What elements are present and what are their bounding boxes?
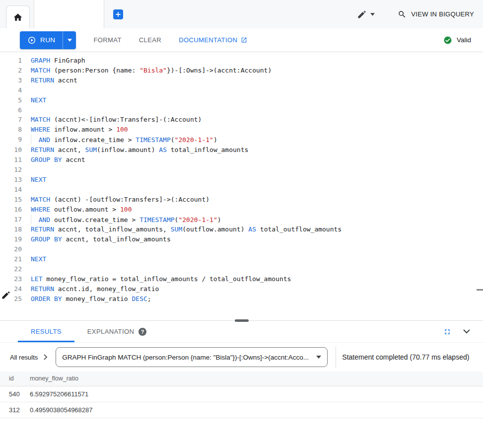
table-body: 5406.5929752066115713120.495903805496828… <box>0 386 483 418</box>
line-number: 21 <box>0 254 22 264</box>
code-line[interactable]: 4 <box>0 85 483 95</box>
code-line[interactable]: 24RETURN accnt.id, money_flow_ratio <box>0 284 483 294</box>
line-number: 4 <box>0 85 22 95</box>
code-line[interactable]: 20 <box>0 244 483 254</box>
code-line[interactable]: 15MATCH (accnt) -[outflow:Transfers]->(:… <box>0 195 483 205</box>
view-in-bigquery-button[interactable]: VIEW IN BIGQUERY <box>398 10 474 19</box>
line-number: 17 <box>0 215 22 225</box>
code-line[interactable]: 14 <box>0 185 483 195</box>
code-text: WHERE outflow.amount > 100 <box>22 205 132 215</box>
table-cell: 312 <box>0 402 30 418</box>
code-line[interactable]: 10RETURN accnt, SUM(inflow.amount) AS to… <box>0 145 483 155</box>
code-line[interactable]: 25ORDER BY money_flow_ratio DESC; <box>0 294 483 304</box>
code-line[interactable]: 5NEXT <box>0 95 483 105</box>
code-text: LET money_flow_ratio = total_inflow_amou… <box>22 274 291 284</box>
run-button-label: RUN <box>40 36 55 44</box>
view-in-bigquery-label: VIEW IN BIGQUERY <box>411 10 474 18</box>
line-number: 7 <box>0 115 22 125</box>
code-text: GRAPH FinGraph <box>22 56 85 66</box>
code-text: AND outflow.create_time > TIMESTAMP("202… <box>22 215 221 225</box>
column-header: id <box>0 372 30 386</box>
code-line[interactable]: 9 AND inflow.create_time > TIMESTAMP("20… <box>0 135 483 145</box>
code-line[interactable]: 13NEXT <box>0 175 483 185</box>
results-table: idmoney_flow_ratio 5406.5929752066115713… <box>0 372 483 418</box>
line-number: 18 <box>0 224 22 234</box>
validation-status: Valid <box>443 36 471 45</box>
code-line[interactable]: 11GROUP BY accnt <box>0 155 483 165</box>
code-text: ORDER BY money_flow_ratio DESC; <box>22 294 151 304</box>
code-line[interactable]: 23LET money_flow_ratio = total_inflow_am… <box>0 274 483 284</box>
code-text: AND inflow.create_time > TIMESTAMP("2020… <box>22 135 217 145</box>
plus-icon <box>115 11 122 18</box>
tab-results-label: RESULTS <box>31 328 62 335</box>
statement-dropdown[interactable]: GRAPH FinGraph MATCH (person:Person {nam… <box>56 347 328 367</box>
search-icon <box>398 10 407 19</box>
code-text <box>22 85 31 95</box>
all-results-chevron[interactable] <box>44 354 48 360</box>
help-icon[interactable]: ? <box>138 328 146 336</box>
magic-pen-icon <box>1 290 11 300</box>
line-number: 2 <box>0 66 22 75</box>
add-tab-button[interactable] <box>113 9 123 19</box>
line-number: 9 <box>0 135 22 145</box>
panel-resize-handle[interactable] <box>235 319 249 322</box>
tab-home[interactable] <box>6 5 30 28</box>
line-number: 6 <box>0 105 22 115</box>
run-button[interactable]: RUN <box>20 31 63 49</box>
code-text: NEXT <box>22 175 46 185</box>
code-line[interactable]: 7MATCH (accnt)<-[inflow:Transfers]-(:Acc… <box>0 115 483 125</box>
line-number: 10 <box>0 145 22 155</box>
sql-generation-button[interactable] <box>357 9 375 19</box>
all-results-label: All results <box>10 354 38 361</box>
code-line[interactable]: 12 <box>0 165 483 175</box>
query-toolbar: RUN FORMAT CLEAR DOCUMENTATION Valid <box>0 28 483 52</box>
line-number: 13 <box>0 175 22 185</box>
line-number: 1 <box>0 56 22 66</box>
results-tabbar-spacer <box>159 321 443 342</box>
code-text: RETURN accnt <box>22 75 77 85</box>
format-button[interactable]: FORMAT <box>93 36 121 44</box>
code-line[interactable]: 18RETURN accnt, total_inflow_amounts, SU… <box>0 224 483 234</box>
tab-results[interactable]: RESULTS <box>18 321 74 342</box>
expand-results-button[interactable] <box>443 328 451 336</box>
column-header: money_flow_ratio <box>30 372 483 386</box>
documentation-label: DOCUMENTATION <box>179 36 237 44</box>
gutter-magic-pen-icon[interactable] <box>1 290 11 301</box>
code-line[interactable]: 3RETURN accnt <box>0 75 483 85</box>
line-number: 23 <box>0 274 22 284</box>
tab-editor-1[interactable]: Editor 1 <box>34 0 104 28</box>
table-row: 5406.592975206611571 <box>0 386 483 402</box>
code-line[interactable]: 16WHERE outflow.amount > 100 <box>0 205 483 215</box>
code-line[interactable]: 19GROUP BY accnt, total_inflow_amounts <box>0 234 483 244</box>
code-line[interactable]: 2MATCH (person:Person {name: "Bisla"})-[… <box>0 66 483 75</box>
results-panel-controls <box>443 321 473 342</box>
tab-explanation-label: EXPLANATION <box>87 328 134 335</box>
collapse-results-button[interactable] <box>463 329 470 334</box>
line-number: 19 <box>0 234 22 244</box>
chevron-down-icon <box>370 13 375 16</box>
code-line[interactable]: 1GRAPH FinGraph <box>0 56 483 66</box>
code-line[interactable]: 21NEXT <box>0 254 483 264</box>
code-text <box>22 105 31 115</box>
table-cell: 0.4959038054968287 <box>30 402 483 418</box>
code-line[interactable]: 8WHERE inflow.amount > 100 <box>0 125 483 135</box>
results-tabbar: RESULTS EXPLANATION ? <box>0 321 483 343</box>
run-button-group: RUN <box>20 31 76 49</box>
code-text <box>22 185 31 195</box>
code-text <box>22 264 31 274</box>
table-cell: 540 <box>0 386 30 402</box>
line-number: 8 <box>0 125 22 135</box>
clear-button[interactable]: CLEAR <box>139 36 161 44</box>
code-line[interactable]: 22 <box>0 264 483 274</box>
code-line[interactable]: 6 <box>0 105 483 115</box>
scrollbar-handle[interactable] <box>477 289 483 291</box>
dropdown-caret-icon <box>316 356 321 359</box>
line-number: 20 <box>0 244 22 254</box>
code-editor[interactable]: 1GRAPH FinGraph2MATCH (person:Person {na… <box>0 52 483 320</box>
code-line[interactable]: 17 AND outflow.create_time > TIMESTAMP("… <box>0 215 483 225</box>
run-options-button[interactable] <box>63 31 76 49</box>
documentation-button[interactable]: DOCUMENTATION <box>179 36 247 44</box>
tab-explanation[interactable]: EXPLANATION ? <box>74 321 159 342</box>
fullscreen-icon <box>443 328 451 336</box>
code-text: NEXT <box>22 95 46 105</box>
